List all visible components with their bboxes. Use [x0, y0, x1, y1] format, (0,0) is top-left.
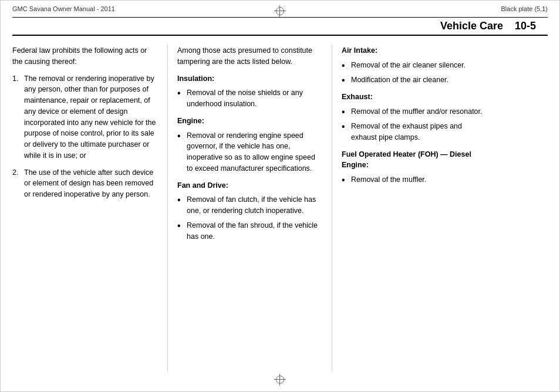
title-section: Vehicle Care: [440, 20, 503, 32]
bullet-dot: •: [342, 121, 351, 143]
insulation-heading: Insulation:: [177, 73, 322, 85]
fan-drive-bullets: • Removal of fan clutch, if the vehicle …: [177, 194, 322, 242]
title-page: 10-5: [515, 20, 536, 32]
foh-bullets: • Removal of the muffler.: [342, 174, 488, 185]
right-column: Air Intake: • Removal of the air cleaner…: [332, 45, 488, 371]
engine-bullet-1: Removal or rendering engine speed govern…: [187, 130, 322, 174]
bullet-dot: •: [342, 75, 351, 86]
insulation-bullets: • Removal of the noise shields or any un…: [177, 87, 322, 110]
bullet-dot: •: [342, 106, 351, 117]
page-title: Vehicle Care 10-5: [440, 20, 536, 32]
middle-column: Among those acts presumed to constitute …: [168, 45, 332, 371]
left-intro: Federal law prohibits the following acts…: [12, 45, 158, 67]
exhaust-bullet-2: Removal of the exhaust pipes and exhaust…: [351, 121, 488, 143]
list-item: 2. The use of the vehicle after such dev…: [12, 167, 158, 200]
fan-drive-bullet-1: Removal of fan clutch, if the vehicle ha…: [187, 194, 322, 217]
list-item: • Removal of the muffler and/or resonato…: [342, 106, 488, 117]
bullet-dot: •: [177, 87, 187, 110]
header-right-text: Black plate (5,1): [501, 5, 548, 12]
bullet-dot: •: [342, 174, 351, 185]
engine-heading: Engine:: [177, 116, 322, 127]
air-intake-bullets: • Removal of the air cleaner silencer. •…: [342, 60, 488, 86]
air-intake-heading: Air Intake:: [342, 45, 488, 56]
footer-crosshair: [274, 374, 286, 386]
bullet-dot: •: [342, 60, 351, 71]
fan-drive-heading: Fan and Drive:: [177, 180, 322, 191]
list-item: • Removal of the fan shroud, if the vehi…: [177, 220, 322, 242]
list-item: • Removal of the noise shields or any un…: [177, 87, 322, 110]
list-number-1: 1.: [12, 73, 24, 161]
content-area: Federal law prohibits the following acts…: [1, 36, 559, 381]
air-intake-bullet-1: Removal of the air cleaner silencer.: [351, 60, 465, 71]
bullet-dot: •: [177, 220, 187, 242]
list-text-2: The use of the vehicle after such device…: [24, 167, 158, 200]
left-column: Federal law prohibits the following acts…: [12, 45, 168, 371]
engine-bullets: • Removal or rendering engine speed gove…: [177, 130, 322, 174]
header-crosshair-top: [274, 5, 286, 17]
list-item: 1. The removal or rendering inoperative …: [12, 73, 158, 161]
list-number-2: 2.: [12, 167, 24, 200]
middle-intro: Among those acts presumed to constitute …: [177, 45, 322, 67]
list-text-1: The removal or rendering inoperative by …: [24, 73, 158, 161]
numbered-list: 1. The removal or rendering inoperative …: [12, 73, 158, 200]
list-item: • Removal or rendering engine speed gove…: [177, 130, 322, 174]
page-header: GMC Savana Owner Manual - 2011 Black pla…: [1, 1, 559, 17]
foh-heading: Fuel Operated Heater (FOH) — Diesel Engi…: [342, 149, 488, 171]
bullet-dot: •: [177, 130, 187, 174]
foh-bullet-1: Removal of the muffler.: [351, 174, 426, 185]
list-item: • Removal of the exhaust pipes and exhau…: [342, 121, 488, 143]
insulation-bullet-1: Removal of the noise shields or any unde…: [187, 87, 322, 110]
list-item: • Removal of fan clutch, if the vehicle …: [177, 194, 322, 217]
page-container: GMC Savana Owner Manual - 2011 Black pla…: [0, 0, 560, 392]
list-item: • Modification of the air cleaner.: [342, 75, 488, 86]
exhaust-bullets: • Removal of the muffler and/or resonato…: [342, 106, 488, 143]
exhaust-heading: Exhaust:: [342, 92, 488, 103]
fan-drive-bullet-2: Removal of the fan shroud, if the vehicl…: [187, 220, 322, 242]
title-bar: Vehicle Care 10-5: [12, 18, 548, 36]
exhaust-bullet-1: Removal of the muffler and/or resonator.: [351, 106, 483, 117]
air-intake-bullet-2: Modification of the air cleaner.: [351, 75, 448, 86]
list-item: • Removal of the air cleaner silencer.: [342, 60, 488, 71]
list-item: • Removal of the muffler.: [342, 174, 488, 185]
bullet-dot: •: [177, 194, 187, 217]
header-left-text: GMC Savana Owner Manual - 2011: [12, 5, 115, 12]
